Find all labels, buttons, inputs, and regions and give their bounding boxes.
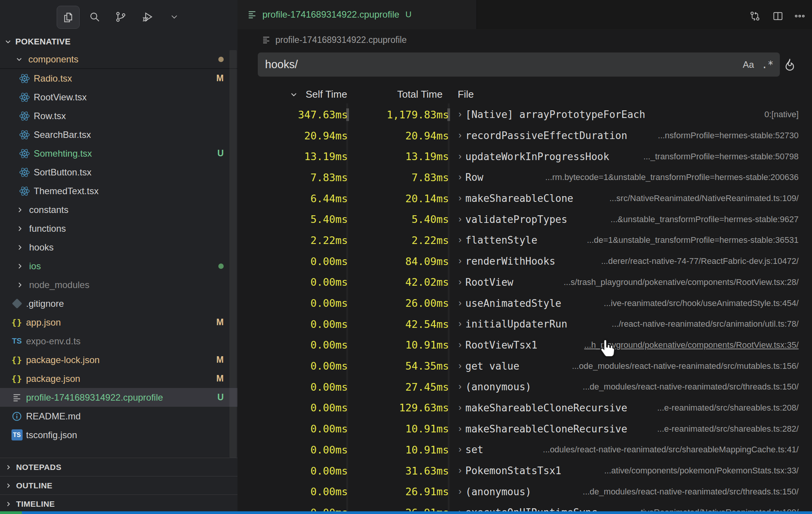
table-row[interactable]: 0.00ms10.91ms›makeShareableCloneRecursiv…: [237, 418, 812, 439]
expand-chevron-icon[interactable]: ›: [458, 444, 462, 455]
open-changes-icon[interactable]: [748, 9, 762, 23]
file-location-link[interactable]: ...ode_modules/react-native-reanimated/s…: [560, 361, 799, 371]
sidebar-item-row-tsx[interactable]: Row.tsx: [0, 106, 237, 125]
more-views-chevron[interactable]: [163, 6, 185, 28]
table-row[interactable]: 0.00ms10.91ms›RootViewTsx1...h_playgroun…: [237, 335, 812, 356]
sidebar-item--gitignore[interactable]: .gitignore: [0, 294, 237, 313]
expand-chevron-icon[interactable]: ›: [458, 486, 462, 497]
expand-chevron-icon[interactable]: ›: [458, 298, 462, 308]
table-row[interactable]: 20.94ms20.94ms›recordPassiveEffectDurati…: [237, 125, 812, 146]
sidebar-item-searchbar-tsx[interactable]: SearchBar.tsx: [0, 125, 237, 144]
sidebar-item-app-json[interactable]: {}app.jsonM: [0, 313, 237, 332]
table-row[interactable]: 0.00ms27.45ms›(anonymous)...de_modules/r…: [237, 376, 812, 398]
source-control-icon[interactable]: [110, 6, 132, 28]
expand-chevron-icon[interactable]: ›: [458, 339, 462, 350]
breadcrumb[interactable]: profile-1741689314922.cpuprofile: [237, 29, 812, 51]
table-row[interactable]: 6.44ms20.14ms›makeShareableClone...src/N…: [237, 188, 812, 209]
file-location-link[interactable]: ...e-reanimated/src/shareables.ts:208/: [646, 403, 799, 413]
expand-chevron-icon[interactable]: ›: [458, 234, 462, 245]
sidebar-item-profile-1741689314922-cpuprofile[interactable]: profile-1741689314922.cpuprofileU: [0, 388, 237, 407]
file-location-link[interactable]: ...ative/components/pokemon/PokemonStats…: [593, 466, 799, 476]
filter-input[interactable]: hooks/: [258, 52, 780, 77]
header-file[interactable]: File: [458, 88, 474, 100]
file-location-link[interactable]: ...de_modules/react-native-reanimated/sr…: [571, 382, 799, 392]
expand-chevron-icon[interactable]: ›: [458, 381, 462, 392]
table-row[interactable]: 0.00ms42.02ms›RootView...s/trash_playgro…: [237, 272, 812, 293]
table-row[interactable]: 0.00ms10.91ms›set...odules/react-native-…: [237, 439, 812, 460]
sidebar-item-package-json[interactable]: {}package.jsonM: [0, 369, 237, 388]
expand-chevron-icon[interactable]: ›: [458, 172, 462, 182]
file-location-link[interactable]: ...rm.bytecode=1&unstable_transformProfi…: [534, 172, 799, 182]
file-location-link[interactable]: ...ive-reanimated/src/hook/useAnimatedSt…: [592, 298, 799, 308]
sidebar-item-expo-env-d-ts[interactable]: TSexpo-env.d.ts: [0, 332, 237, 350]
run-debug-icon[interactable]: [137, 6, 159, 28]
expand-chevron-icon[interactable]: ›: [458, 130, 462, 141]
sidebar-item-hooks[interactable]: hooks: [0, 238, 237, 257]
sidebar-item-tsconfig-json[interactable]: TStsconfig.json: [0, 426, 237, 444]
table-row[interactable]: 0.00ms26.91ms›(anonymous)...de_modules/r…: [237, 481, 812, 502]
regex-toggle[interactable]: .*: [759, 52, 776, 77]
panel-notepads[interactable]: NOTEPADS: [0, 458, 237, 476]
header-total-time[interactable]: Total Time: [397, 88, 443, 100]
file-location-link[interactable]: ...src/NativeReanimated/NativeReanimated…: [598, 193, 799, 203]
expand-chevron-icon[interactable]: ›: [458, 318, 462, 329]
table-row[interactable]: 0.00ms84.09ms›renderWithHooks...derer/re…: [237, 251, 812, 272]
table-row[interactable]: 7.83ms7.83ms›Row...rm.bytecode=1&unstabl…: [237, 167, 812, 188]
table-row[interactable]: 13.19ms13.19ms›updateWorkInProgressHook.…: [237, 146, 812, 167]
file-location-link[interactable]: ...de=1&unstable_transformProfile=hermes…: [575, 235, 799, 245]
table-row[interactable]: 0.00ms31.63ms›PokemonStatsTsx1...ative/c…: [237, 460, 812, 481]
editor-more-actions-icon[interactable]: [793, 9, 807, 23]
table-row[interactable]: 2.22ms2.22ms›flattenStyle...de=1&unstabl…: [237, 230, 812, 251]
sidebar-item-somehting-tsx[interactable]: Somehting.tsxU: [0, 144, 237, 163]
file-location-link[interactable]: ...nsformProfile=hermes-stable:52730: [647, 131, 799, 141]
project-root-header[interactable]: POKENATIVE: [0, 34, 237, 50]
table-row[interactable]: 0.00ms54.35ms›get value...ode_modules/re…: [237, 355, 812, 376]
expand-chevron-icon[interactable]: ›: [458, 151, 462, 162]
file-location-link[interactable]: ...s/trash_playground/pokenative/compone…: [552, 277, 799, 287]
sidebar-scrollbar[interactable]: [229, 50, 237, 458]
header-self-time[interactable]: Self Time: [306, 88, 347, 100]
table-row[interactable]: 0.00ms26.00ms›useAnimatedStyle...ive-rea…: [237, 293, 812, 314]
sidebar-item-rootview-tsx[interactable]: RootView.tsx: [0, 88, 237, 106]
sidebar-item-components[interactable]: components: [0, 50, 237, 69]
remote-indicator[interactable]: [0, 511, 22, 514]
expand-chevron-icon[interactable]: ›: [458, 402, 462, 413]
match-case-toggle[interactable]: Aa: [740, 52, 757, 77]
expand-chevron-icon[interactable]: ›: [458, 465, 462, 476]
expand-chevron-icon[interactable]: ›: [458, 109, 462, 119]
expand-chevron-icon[interactable]: ›: [458, 255, 462, 266]
file-location-link[interactable]: ...derer/react-native-74-77/ReactFabric-…: [589, 256, 799, 266]
sidebar-item-package-lock-json[interactable]: {}package-lock.jsonM: [0, 350, 237, 369]
expand-chevron-icon[interactable]: ›: [458, 423, 462, 434]
sidebar-item-node-modules[interactable]: node_modules: [0, 275, 237, 294]
file-location-link[interactable]: ..._transformProfile=hermes-stable:50798: [632, 152, 799, 162]
table-row[interactable]: 0.00ms129.63ms›makeShareableCloneRecursi…: [237, 398, 812, 419]
file-location-link[interactable]: ...e-reanimated/src/shareables.ts:282/: [646, 424, 799, 434]
file-location-link[interactable]: 0:[native]: [753, 110, 799, 119]
panel-timeline[interactable]: TIMELINE: [0, 494, 237, 513]
file-location-link[interactable]: .../react-native-reanimated/src/animatio…: [600, 319, 799, 329]
sidebar-item-constants[interactable]: constants: [0, 200, 237, 219]
sidebar-item-readme-md[interactable]: README.md: [0, 407, 237, 426]
sidebar-item-functions[interactable]: functions: [0, 219, 237, 238]
sidebar-item-themedtext-tsx[interactable]: ThemedText.tsx: [0, 182, 237, 200]
expand-chevron-icon[interactable]: ›: [458, 277, 462, 287]
search-icon[interactable]: [83, 6, 106, 28]
sidebar-item-ios[interactable]: ios: [0, 257, 237, 275]
expand-chevron-icon[interactable]: ›: [458, 360, 462, 371]
split-editor-icon[interactable]: [771, 9, 785, 23]
table-row[interactable]: 5.40ms5.40ms›validatePropTypes...&unstab…: [237, 209, 812, 230]
expand-chevron-icon[interactable]: ›: [458, 214, 462, 224]
tab-cpuprofile[interactable]: profile-1741689314922.cpuprofile U: [237, 0, 477, 29]
explorer-icon[interactable]: [57, 6, 80, 29]
sidebar-item-radio-tsx[interactable]: Radio.tsxM: [0, 69, 237, 88]
table-row[interactable]: 0.00ms42.54ms›initialUpdaterRun.../react…: [237, 314, 812, 335]
flame-graph-toggle[interactable]: [781, 52, 798, 77]
expand-chevron-icon[interactable]: ›: [458, 193, 462, 203]
file-location-link[interactable]: ...de_modules/react-native-reanimated/sr…: [571, 487, 799, 497]
table-row[interactable]: 347.63ms1,179.83ms›[Native] arrayPrototy…: [237, 104, 812, 125]
file-location-link[interactable]: ...&unstable_transformProfile=hermes-sta…: [599, 214, 799, 224]
sidebar-item-sortbutton-tsx[interactable]: SortButton.tsx: [0, 163, 237, 182]
panel-outline[interactable]: OUTLINE: [0, 476, 237, 494]
file-location-link[interactable]: ...odules/react-native-reanimated/src/sh…: [531, 445, 799, 455]
